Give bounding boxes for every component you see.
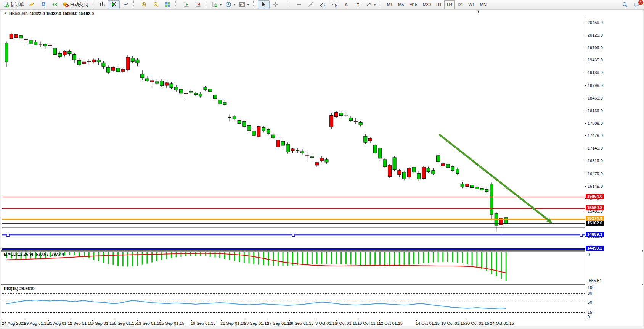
horizontal-line-tool-button[interactable] xyxy=(293,0,305,9)
toolbar-separator xyxy=(253,1,256,8)
rsi-indicator-label: RSI(15) 28.6619 xyxy=(4,286,35,291)
time-axis-label: 21 Sep 01:15 xyxy=(220,321,245,326)
new-order-label: 新订单 xyxy=(10,2,24,8)
window-bottom-strip xyxy=(1,326,643,328)
main-toolbar: 新订单自动交易▼▼▼EFAT▼M1M5M15M30H1H4D1W1MN1 xyxy=(0,0,644,10)
notifications-button[interactable]: 1 xyxy=(631,0,642,9)
time-axis-label: 10 Oct 01:15 xyxy=(357,321,381,326)
signals-icon xyxy=(52,2,58,8)
arrows-tool-button[interactable]: ▼ xyxy=(364,0,378,9)
chart-title-bar: ▼ HK50-,H4 15322.0 15322.0 15088.0 15162… xyxy=(1,10,94,16)
price-tick-label: 17479.0 xyxy=(588,133,603,138)
crosshair-button[interactable] xyxy=(270,0,281,9)
equidistant-channel-tool-button[interactable]: E xyxy=(317,0,329,9)
toolbar-separator xyxy=(380,1,383,8)
line-chart-mode-button[interactable] xyxy=(120,0,132,9)
chevron-down-icon[interactable]: ▼ xyxy=(373,3,376,6)
vertical-line-tool-icon xyxy=(284,2,290,8)
templates-button[interactable]: ▼ xyxy=(238,0,251,9)
profiles-button[interactable]: ▼ xyxy=(224,0,238,9)
text-tool-icon: A xyxy=(343,2,349,8)
macd-indicator-label: MACD(12,26,9) -530.53 -397.44 xyxy=(4,252,64,256)
time-axis-label: 27 Sep 01:15 xyxy=(267,321,292,326)
chevron-down-icon[interactable]: ▼ xyxy=(233,3,236,6)
time-axis-line xyxy=(1,320,585,320)
rsi-scale-100: 100 xyxy=(588,285,594,290)
fibonacci-tool-icon: F xyxy=(331,2,337,8)
time-axis-label: 29 Aug 01:15 xyxy=(24,321,49,326)
price-tick-label: 19139.0 xyxy=(588,70,603,75)
new-order-icon xyxy=(3,2,9,8)
fibonacci-tool-button[interactable]: F xyxy=(329,0,340,9)
time-axis-label: 6 Oct 01:15 xyxy=(336,321,357,326)
timeframe-M15-button[interactable]: M15 xyxy=(406,0,420,9)
chevron-down-icon[interactable]: ▼ xyxy=(219,3,222,6)
price-chart-pane[interactable] xyxy=(2,16,585,250)
timeframe-W1-button[interactable]: W1 xyxy=(466,0,477,9)
timeframe-M30-button[interactable]: M30 xyxy=(420,0,434,9)
price-line-label: 14490.2 xyxy=(586,246,604,251)
macd-scale-min: -555.51 xyxy=(588,278,602,283)
gold-deposit-button[interactable] xyxy=(26,0,37,9)
price-tick-label: 16479.0 xyxy=(588,171,603,176)
auto-trading-icon xyxy=(63,2,69,8)
new-chart-button[interactable]: ▼ xyxy=(210,0,224,9)
timeframe-H4-button[interactable]: H4 xyxy=(444,0,455,9)
time-axis-label: 6 Sep 01:15 xyxy=(92,321,114,326)
time-axis-label: 19 Sep 01:15 xyxy=(191,321,215,326)
vertical-line-tool-button[interactable] xyxy=(281,0,293,9)
search-button[interactable] xyxy=(619,0,631,9)
price-line-label: 15162.0 xyxy=(586,221,604,226)
trend-line-tool-button[interactable] xyxy=(305,0,317,9)
price-line-label: 15864.0 xyxy=(586,194,604,199)
time-axis-label: 15 Sep 01:15 xyxy=(159,321,184,326)
macd-scale-zero: 0 xyxy=(588,252,590,257)
zoom-in-button[interactable] xyxy=(138,0,150,9)
notification-badge: 1 xyxy=(638,0,644,5)
price-tick-label: 20459.0 xyxy=(588,20,603,25)
timeframe-M5-button[interactable]: M5 xyxy=(395,0,406,9)
auto-scroll-button[interactable] xyxy=(192,0,204,9)
time-axis-label: 18 Oct 01:15 xyxy=(441,321,465,326)
time-axis-label: 12 Oct 01:15 xyxy=(379,321,403,326)
tile-windows-button[interactable] xyxy=(162,0,173,9)
timeframe-H1-button[interactable]: H1 xyxy=(434,0,444,9)
time-axis-label: 3 Oct 01:15 xyxy=(315,321,337,326)
timeframe-M1-button[interactable]: M1 xyxy=(384,0,395,9)
bar-chart-mode-button[interactable] xyxy=(96,0,108,9)
rsi-scale-0: 0 xyxy=(588,314,590,319)
search-icon xyxy=(622,2,628,8)
chart-shift-marker[interactable]: ▼ xyxy=(477,10,480,13)
collapse-icon[interactable]: ▼ xyxy=(4,11,7,15)
price-tick-label: 18799.0 xyxy=(588,83,603,88)
auto-trading-button[interactable]: 自动交易 xyxy=(61,0,90,9)
chart-shift-button[interactable] xyxy=(180,0,192,9)
text-label-tool-button[interactable]: T xyxy=(352,0,364,9)
rsi-pane[interactable] xyxy=(2,285,585,320)
zoom-in-icon xyxy=(141,2,147,8)
text-tool-button[interactable]: A xyxy=(340,0,352,9)
chevron-down-icon[interactable]: ▼ xyxy=(247,3,250,6)
trading-app: 新订单自动交易▼▼▼EFAT▼M1M5M15M30H1H4D1W1MN1 ▼ H… xyxy=(0,0,644,329)
svg-text:A: A xyxy=(345,2,348,8)
new-order-button[interactable]: 新订单 xyxy=(2,0,26,9)
toolbar-separator xyxy=(175,1,178,8)
price-axis[interactable]: 20459.020129.019799.019469.019139.018799… xyxy=(585,10,642,320)
cursor-button[interactable] xyxy=(258,0,270,9)
price-tick-label: 18139.0 xyxy=(588,108,603,113)
macd-pane[interactable] xyxy=(2,252,585,284)
zoom-out-button[interactable] xyxy=(150,0,162,9)
rsi-scale-15: 15 xyxy=(588,310,592,314)
crosshair-icon xyxy=(272,2,278,8)
timeframe-D1-button[interactable]: D1 xyxy=(455,0,466,9)
candle-chart-mode-button[interactable] xyxy=(108,0,120,9)
price-tick-label: 17149.0 xyxy=(588,146,603,150)
auto-scroll-icon xyxy=(195,2,201,8)
timeframe-MN-button[interactable]: MN xyxy=(477,0,489,9)
price-line-label: 14859.1 xyxy=(586,232,604,237)
price-tick-label: 17809.0 xyxy=(588,121,603,126)
tile-windows-icon xyxy=(165,2,171,8)
community-button[interactable] xyxy=(37,0,49,9)
time-axis-label: 29 Sep 01:15 xyxy=(289,321,313,326)
signals-button[interactable] xyxy=(49,0,61,9)
